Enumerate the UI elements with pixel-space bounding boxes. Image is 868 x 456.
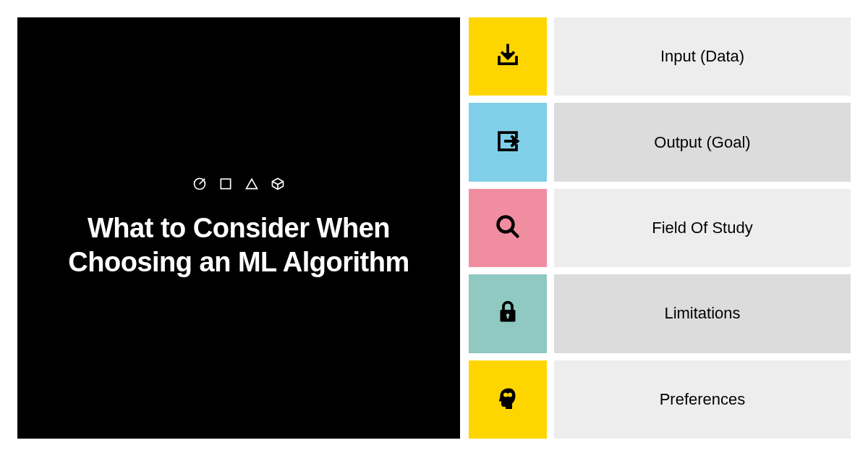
list-item: Output (Goal)	[469, 103, 851, 181]
items-list: Input (Data) Output (Goal) Field Of Stu	[469, 17, 851, 439]
list-item: Field Of Study	[469, 189, 851, 267]
list-item: Limitations	[469, 274, 851, 352]
item-label: Preferences	[554, 360, 851, 439]
icon-box-field	[469, 189, 547, 267]
icon-box-input	[469, 17, 547, 96]
item-label: Limitations	[554, 274, 851, 352]
export-icon	[495, 128, 521, 157]
item-label: Input (Data)	[554, 17, 851, 96]
download-icon	[495, 42, 521, 71]
icon-box-output	[469, 103, 547, 181]
svg-rect-5	[507, 316, 509, 319]
cube-icon	[271, 177, 285, 194]
page-title: What to Consider When Choosing an ML Alg…	[46, 211, 431, 280]
icon-box-limitations	[469, 274, 547, 352]
decorative-icon-row	[192, 177, 285, 194]
square-icon	[218, 177, 233, 194]
icon-box-preferences	[469, 360, 547, 439]
list-item: Input (Data)	[469, 17, 851, 96]
svg-rect-1	[221, 179, 230, 188]
circle-check-icon	[192, 177, 207, 194]
list-item: Preferences	[469, 360, 851, 439]
search-icon	[495, 214, 521, 242]
title-panel: What to Consider When Choosing an ML Alg…	[17, 17, 460, 439]
item-label: Field Of Study	[554, 189, 851, 267]
item-label: Output (Goal)	[554, 103, 851, 181]
brain-head-icon	[495, 385, 521, 414]
triangle-icon	[244, 177, 259, 194]
lock-icon	[495, 299, 521, 328]
